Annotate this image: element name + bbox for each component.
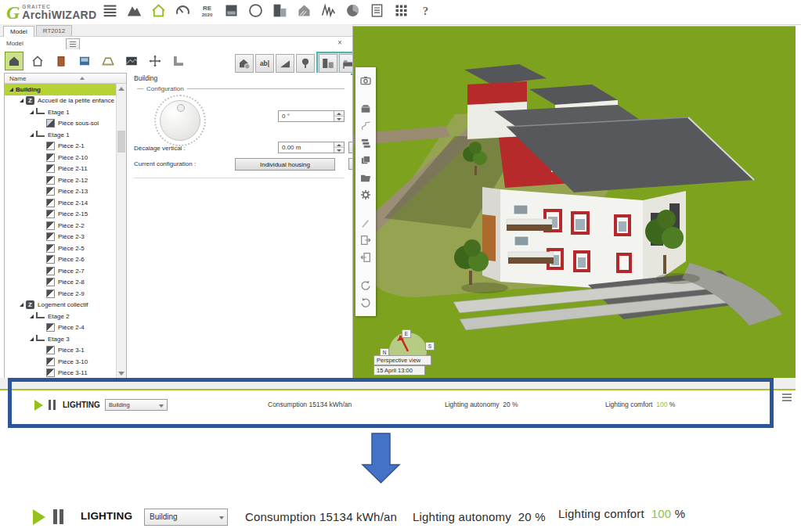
offset-input[interactable]: 0.00 m (278, 142, 345, 153)
rotation-input[interactable]: 0 ° (278, 110, 345, 122)
tree-item[interactable]: Etage 3 (5, 333, 116, 345)
export-icon[interactable] (359, 234, 372, 246)
tree-item[interactable]: Pièce 2-8 (5, 277, 116, 289)
help-icon[interactable]: ? (417, 2, 434, 19)
expander-icon[interactable] (30, 133, 34, 137)
house-hatch-icon[interactable] (296, 2, 312, 19)
tree-item[interactable]: Pièce 3-1 (5, 345, 116, 357)
current-config-button[interactable]: Individual housing (235, 158, 335, 171)
wall-corner-button[interactable] (169, 52, 188, 70)
tree-item[interactable]: Etage 1 (5, 129, 116, 141)
box-icon[interactable] (359, 102, 372, 115)
panel-menu-icon[interactable] (782, 394, 792, 401)
folder-icon[interactable] (359, 171, 372, 184)
close-icon[interactable]: × (335, 38, 345, 48)
tree-item[interactable]: Etage 2 (5, 311, 116, 322)
model-list-button[interactable] (66, 38, 80, 50)
scope-select[interactable]: Building (105, 399, 168, 411)
furniture-button[interactable] (319, 54, 337, 73)
home-icon[interactable] (150, 2, 167, 19)
spline-icon[interactable] (359, 120, 372, 132)
tree-item[interactable]: Pièce 2-12 (5, 174, 116, 186)
tree-item[interactable]: Pièce 2-2 (5, 220, 116, 232)
waveform-icon[interactable] (320, 2, 337, 19)
play-button[interactable] (33, 509, 45, 525)
tree-item[interactable]: Pièce 2-9 (5, 288, 116, 300)
roof-frame-button[interactable] (99, 52, 117, 70)
tree-item-label: Etage 1 (48, 131, 70, 138)
scroll-up-icon[interactable] (118, 87, 124, 91)
tree-item[interactable]: Pièce 2-10 (5, 152, 116, 164)
3d-viewport[interactable]: E N S W Perspective view 15 April 13:00 (352, 26, 796, 386)
building-config-panel: Building Configuration 0 ° Décalage vert… (129, 73, 351, 382)
pie-chart-icon[interactable] (345, 2, 361, 19)
tree-item[interactable]: Pièce 2-11 (5, 164, 116, 175)
tree-item[interactable]: Pièce 2-7 (5, 265, 116, 277)
tree-item[interactable]: Building (5, 84, 116, 95)
tree-item[interactable]: Pièce sous-sol (5, 118, 116, 130)
tree-item[interactable]: Etage 1 (5, 106, 116, 118)
move-button[interactable] (146, 52, 164, 70)
import-icon[interactable] (359, 251, 372, 264)
scroll-down-icon[interactable] (118, 372, 124, 376)
offset-spinner[interactable] (334, 142, 344, 153)
pause-button[interactable] (49, 400, 56, 410)
home-outline-button[interactable] (28, 52, 47, 70)
tab-model[interactable]: Model (3, 26, 34, 37)
window-icon[interactable] (223, 2, 240, 19)
tree-item[interactable]: Pièce 2-15 (5, 209, 116, 221)
expander-icon[interactable] (30, 110, 34, 114)
expander-icon[interactable] (30, 337, 34, 341)
tree-item[interactable]: Pièce 3-11 (5, 368, 116, 379)
window-blue-button[interactable] (75, 52, 94, 70)
house-config-button[interactable] (235, 54, 254, 73)
undo-icon[interactable] (359, 279, 372, 292)
brush-icon[interactable] (359, 217, 372, 229)
tree-button[interactable] (296, 54, 315, 73)
document-icon[interactable] (369, 2, 385, 19)
tree-item[interactable]: Pièce 2-3 (5, 232, 116, 243)
redo-icon[interactable] (359, 297, 372, 309)
mountain-icon[interactable] (126, 2, 143, 19)
expander-icon[interactable] (30, 315, 34, 318)
tree-item[interactable]: Pièce 2-6 (5, 254, 116, 266)
layers-icon[interactable] (359, 137, 372, 149)
tree-item[interactable]: Pièce 2-13 (5, 186, 116, 198)
tree-item[interactable]: Pièce 2-4 (5, 322, 116, 334)
scope-select[interactable]: Building (144, 509, 228, 526)
rotation-dial[interactable] (154, 95, 206, 146)
play-button[interactable] (34, 400, 43, 411)
tree-item[interactable]: ZAccueil de la petite enfance (5, 95, 116, 107)
tree-item[interactable]: Pièce 3-10 (5, 356, 116, 368)
expander-icon[interactable] (20, 303, 23, 307)
viewport-toolbar (355, 67, 376, 316)
tree-header[interactable]: Name (5, 74, 126, 84)
door-button[interactable] (52, 52, 70, 70)
tree-scrollbar[interactable] (116, 84, 126, 379)
re2020-icon[interactable]: RE2020 (199, 2, 215, 19)
tree-item[interactable]: Pièce 2-14 (5, 197, 116, 209)
render-button[interactable] (122, 52, 141, 70)
tree-item[interactable]: Pièce 2-1 (5, 141, 116, 153)
home-filled-button[interactable] (5, 52, 23, 70)
text-ab-button[interactable]: ab| (255, 54, 274, 73)
rotation-spinner[interactable] (334, 111, 344, 121)
gauge-icon[interactable] (175, 2, 191, 19)
expander-icon[interactable] (9, 88, 13, 92)
dial-knob[interactable] (160, 100, 200, 141)
gear-icon[interactable] (359, 189, 372, 201)
circle-icon[interactable] (247, 2, 264, 19)
stack-icon[interactable] (359, 154, 372, 167)
layout-icon[interactable] (272, 2, 288, 19)
expander-icon[interactable] (20, 99, 23, 102)
grid-icon[interactable] (393, 2, 410, 19)
scroll-thumb[interactable] (117, 131, 125, 153)
menu-icon[interactable] (102, 2, 118, 19)
tree-item[interactable]: Pièce 2-5 (5, 243, 116, 254)
tab-rt2012[interactable]: RT2012 (36, 25, 72, 36)
camera-icon[interactable] (359, 74, 372, 87)
ramp-button[interactable] (276, 54, 294, 73)
pause-button[interactable] (53, 509, 63, 524)
tree-item[interactable]: ZLogement collectif (5, 300, 116, 311)
consumption-text: Consumption 15134 kWh/an (245, 510, 397, 523)
